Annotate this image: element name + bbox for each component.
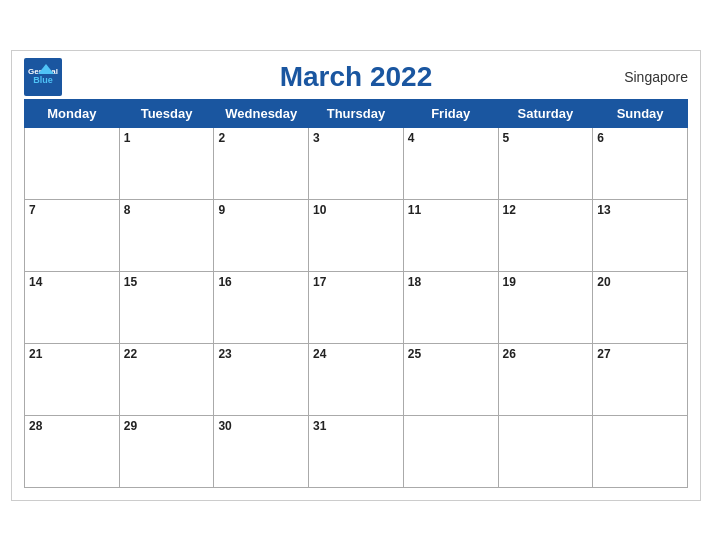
calendar-cell xyxy=(25,127,120,199)
day-number: 28 xyxy=(29,419,42,433)
calendar-cell: 1 xyxy=(119,127,214,199)
calendar-cell: 25 xyxy=(403,343,498,415)
calendar: General Blue March 2022 Singapore Monday… xyxy=(11,50,701,501)
calendar-cell: 20 xyxy=(593,271,688,343)
day-number: 27 xyxy=(597,347,610,361)
calendar-cell: 24 xyxy=(309,343,404,415)
day-number: 5 xyxy=(503,131,510,145)
day-number: 12 xyxy=(503,203,516,217)
calendar-cell: 6 xyxy=(593,127,688,199)
day-number: 26 xyxy=(503,347,516,361)
col-tuesday: Tuesday xyxy=(119,99,214,127)
calendar-cell: 23 xyxy=(214,343,309,415)
calendar-table: Monday Tuesday Wednesday Thursday Friday… xyxy=(24,99,688,488)
calendar-cell: 15 xyxy=(119,271,214,343)
day-number: 24 xyxy=(313,347,326,361)
day-number: 23 xyxy=(218,347,231,361)
calendar-cell: 11 xyxy=(403,199,498,271)
week-row-1: 78910111213 xyxy=(25,199,688,271)
logo-box: General Blue xyxy=(24,58,62,96)
col-friday: Friday xyxy=(403,99,498,127)
logo-triangle-icon xyxy=(38,64,54,74)
day-number: 2 xyxy=(218,131,225,145)
day-number: 17 xyxy=(313,275,326,289)
calendar-cell: 19 xyxy=(498,271,593,343)
calendar-cell: 3 xyxy=(309,127,404,199)
week-row-0: 123456 xyxy=(25,127,688,199)
calendar-cell: 27 xyxy=(593,343,688,415)
day-number: 9 xyxy=(218,203,225,217)
calendar-cell: 16 xyxy=(214,271,309,343)
day-number: 13 xyxy=(597,203,610,217)
calendar-cell: 5 xyxy=(498,127,593,199)
col-wednesday: Wednesday xyxy=(214,99,309,127)
day-number: 6 xyxy=(597,131,604,145)
calendar-cell: 12 xyxy=(498,199,593,271)
calendar-cell: 14 xyxy=(25,271,120,343)
col-thursday: Thursday xyxy=(309,99,404,127)
calendar-cell: 9 xyxy=(214,199,309,271)
calendar-title: March 2022 xyxy=(280,61,433,93)
day-number: 29 xyxy=(124,419,137,433)
day-number: 10 xyxy=(313,203,326,217)
calendar-cell: 26 xyxy=(498,343,593,415)
col-saturday: Saturday xyxy=(498,99,593,127)
calendar-cell: 4 xyxy=(403,127,498,199)
day-number: 18 xyxy=(408,275,421,289)
day-number: 22 xyxy=(124,347,137,361)
day-number: 11 xyxy=(408,203,421,217)
region-label: Singapore xyxy=(624,69,688,85)
week-row-2: 14151617181920 xyxy=(25,271,688,343)
calendar-cell: 30 xyxy=(214,415,309,487)
day-number: 21 xyxy=(29,347,42,361)
calendar-cell: 28 xyxy=(25,415,120,487)
calendar-header: General Blue March 2022 Singapore xyxy=(24,61,688,93)
day-number: 30 xyxy=(218,419,231,433)
day-number: 14 xyxy=(29,275,42,289)
day-number: 7 xyxy=(29,203,36,217)
calendar-cell: 10 xyxy=(309,199,404,271)
calendar-cell xyxy=(498,415,593,487)
day-number: 25 xyxy=(408,347,421,361)
week-row-4: 28293031 xyxy=(25,415,688,487)
day-number: 1 xyxy=(124,131,131,145)
day-number: 8 xyxy=(124,203,131,217)
day-number: 3 xyxy=(313,131,320,145)
logo-blue-text: Blue xyxy=(33,76,53,85)
day-number: 15 xyxy=(124,275,137,289)
calendar-cell: 17 xyxy=(309,271,404,343)
col-sunday: Sunday xyxy=(593,99,688,127)
calendar-cell: 2 xyxy=(214,127,309,199)
logo: General Blue xyxy=(24,58,62,96)
calendar-cell xyxy=(593,415,688,487)
header-row: Monday Tuesday Wednesday Thursday Friday… xyxy=(25,99,688,127)
calendar-cell: 13 xyxy=(593,199,688,271)
day-number: 16 xyxy=(218,275,231,289)
calendar-cell: 21 xyxy=(25,343,120,415)
calendar-cell: 31 xyxy=(309,415,404,487)
calendar-cell xyxy=(403,415,498,487)
col-monday: Monday xyxy=(25,99,120,127)
day-number: 20 xyxy=(597,275,610,289)
week-row-3: 21222324252627 xyxy=(25,343,688,415)
day-number: 19 xyxy=(503,275,516,289)
calendar-cell: 22 xyxy=(119,343,214,415)
calendar-cell: 29 xyxy=(119,415,214,487)
calendar-cell: 7 xyxy=(25,199,120,271)
day-number: 4 xyxy=(408,131,415,145)
calendar-thead: Monday Tuesday Wednesday Thursday Friday… xyxy=(25,99,688,127)
calendar-cell: 8 xyxy=(119,199,214,271)
calendar-body: 1234567891011121314151617181920212223242… xyxy=(25,127,688,487)
day-number: 31 xyxy=(313,419,326,433)
calendar-cell: 18 xyxy=(403,271,498,343)
